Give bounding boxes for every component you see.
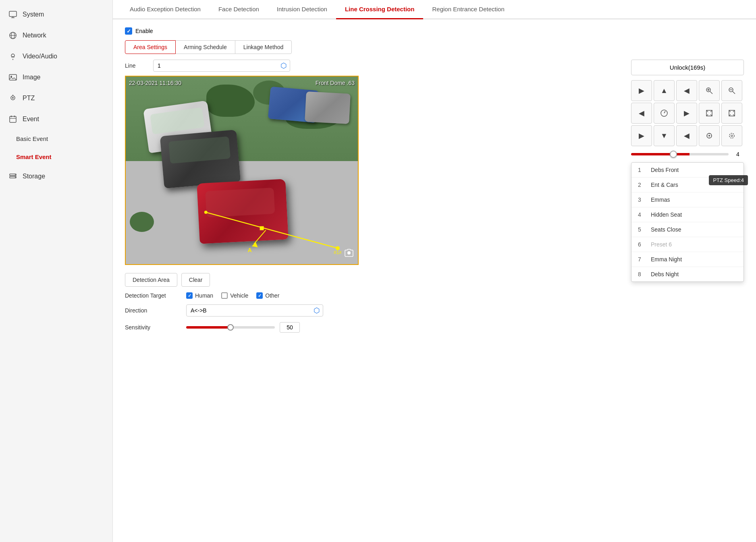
clear-button[interactable]: Clear (181, 273, 210, 287)
tab-line-crossing[interactable]: Line Crossing Detection (336, 0, 424, 19)
collapse-handle[interactable]: ◀ (358, 160, 359, 180)
line-select-wrapper: 1 2 3 4 ⬡ (153, 60, 290, 72)
ptz-down[interactable]: ▼ (654, 125, 675, 146)
preset-num-5: 5 (638, 226, 644, 233)
vehicle-label: Vehicle (230, 292, 248, 299)
ptz-compress[interactable] (721, 103, 742, 124)
sidebar-item-network[interactable]: Network (0, 25, 112, 46)
svg-rect-23 (260, 226, 264, 230)
sidebar-item-smart-event[interactable]: Smart Event (0, 148, 112, 166)
sub-tab-linkage-method[interactable]: Linkage Method (235, 40, 292, 54)
preset-num-7: 7 (638, 256, 644, 263)
ptz-auto-scan[interactable] (654, 103, 675, 124)
preset-num-2: 2 (638, 182, 644, 188)
detection-line-svg: A #1≠ (126, 77, 358, 264)
sensitivity-row: Sensitivity (125, 322, 623, 333)
storage-icon (8, 172, 18, 181)
svg-line-29 (710, 91, 712, 94)
video-audio-icon (8, 52, 18, 61)
preset-item-3[interactable]: 3 Emmas (631, 192, 744, 207)
preset-name-2: Ent & Cars (651, 182, 678, 188)
ptz-row-2: ◀ ▶ (631, 103, 744, 124)
tab-region-entrance[interactable]: Region Entrance Detection (423, 0, 513, 19)
ptz-up-right[interactable]: ◀ (676, 125, 697, 146)
preset-name-3: Emmas (651, 197, 670, 203)
line-label: Line (125, 62, 149, 69)
detection-target-label: Detection Target (125, 292, 181, 299)
sensitivity-label: Sensitivity (125, 324, 181, 331)
enable-row: Enable (125, 27, 744, 35)
target-other[interactable]: Other (256, 292, 279, 299)
svg-line-19 (206, 212, 338, 248)
line-select[interactable]: 1 2 3 4 (153, 60, 290, 72)
ptz-move-up[interactable]: ▲ (654, 80, 675, 101)
ptz-iris-narrow[interactable] (699, 125, 720, 146)
svg-point-25 (336, 246, 340, 250)
sidebar-label-video-audio: Video/Audio (23, 53, 57, 60)
sidebar-label-event: Event (23, 116, 39, 123)
preset-num-6: 6 (638, 241, 644, 248)
ptz-zoom-out[interactable] (721, 80, 742, 101)
preset-name-8: Debs Night (651, 271, 679, 277)
sidebar-item-event[interactable]: Event (0, 109, 112, 130)
sidebar-item-storage[interactable]: Storage (0, 166, 112, 187)
target-human[interactable]: Human (186, 292, 213, 299)
system-icon (8, 10, 18, 19)
sub-tab-area-settings[interactable]: Area Settings (125, 40, 176, 54)
svg-point-26 (204, 211, 208, 214)
snapshot-icon[interactable] (344, 248, 354, 260)
preset-num-3: 3 (638, 197, 644, 203)
preset-item-7[interactable]: 7 Emma Night (631, 252, 744, 267)
sidebar-item-ptz[interactable]: PTZ (0, 88, 112, 109)
image-icon (8, 72, 18, 82)
tab-audio[interactable]: Audio Exception Detection (121, 0, 210, 19)
ptz-expand[interactable] (699, 103, 720, 124)
detection-area-button[interactable]: Detection Area (125, 273, 177, 287)
preset-num-1: 1 (638, 167, 644, 173)
sensitivity-slider[interactable] (186, 326, 275, 329)
tab-intrusion[interactable]: Intrusion Detection (268, 0, 336, 19)
enable-label: Enable (135, 28, 153, 34)
ptz-left[interactable]: ◀ (631, 103, 652, 124)
detection-target-group: Human Vehicle Other (186, 292, 279, 299)
sidebar-label-ptz: PTZ (23, 95, 35, 102)
sidebar-item-video-audio[interactable]: Video/Audio (0, 46, 112, 67)
ptz-up-left[interactable]: ▶ (631, 125, 652, 146)
svg-point-38 (708, 135, 710, 137)
sub-tabs: Area Settings Arming Schedule Linkage Me… (125, 40, 744, 54)
ptz-speed-slider[interactable] (631, 153, 729, 155)
sidebar-item-system[interactable]: System (0, 4, 112, 25)
direction-select-wrapper: A<->B A->B B->A ⬡ (186, 304, 323, 317)
ptz-iris-wide[interactable] (721, 125, 742, 146)
other-checkbox[interactable] (256, 292, 263, 299)
ptz-right[interactable]: ▶ (676, 103, 697, 124)
ptz-row-3: ▶ ▼ ◀ (631, 125, 744, 146)
sub-tab-arming-schedule[interactable]: Arming Schedule (175, 40, 235, 54)
preset-item-6[interactable]: 6 Preset 6 (631, 237, 744, 252)
direction-select[interactable]: A<->B A->B B->A (186, 304, 323, 317)
sidebar-item-basic-event[interactable]: Basic Event (0, 130, 112, 148)
main-tabs: Audio Exception Detection Face Detection… (113, 0, 756, 19)
ptz-move-right[interactable]: ▶ (631, 80, 652, 101)
human-checkbox[interactable] (186, 292, 193, 299)
target-vehicle[interactable]: Vehicle (221, 292, 248, 299)
sensitivity-value[interactable] (280, 322, 300, 333)
sidebar: System Network Video/Audio Image PTZ Eve… (0, 0, 113, 542)
preset-item-8[interactable]: 8 Debs Night (631, 267, 744, 281)
main-area: Audio Exception Detection Face Detection… (113, 0, 756, 542)
ptz-move-left[interactable]: ◀ (676, 80, 697, 101)
unlock-button[interactable]: Unlock(169s) (631, 60, 744, 75)
bottom-controls: Detection Area Clear Detection Target Hu… (125, 269, 623, 333)
enable-checkbox[interactable] (125, 27, 132, 35)
sidebar-label-network: Network (23, 32, 46, 39)
svg-rect-0 (9, 11, 17, 17)
vehicle-checkbox[interactable] (221, 292, 228, 299)
svg-point-40 (731, 135, 733, 137)
preset-item-5[interactable]: 5 Seats Close (631, 222, 744, 237)
ptz-zoom-in[interactable] (699, 80, 720, 101)
tab-face[interactable]: Face Detection (210, 0, 268, 19)
other-label: Other (265, 292, 279, 299)
sidebar-item-image[interactable]: Image (0, 67, 112, 88)
preset-item-4[interactable]: 4 Hidden Seat (631, 207, 744, 222)
event-icon (8, 114, 18, 124)
